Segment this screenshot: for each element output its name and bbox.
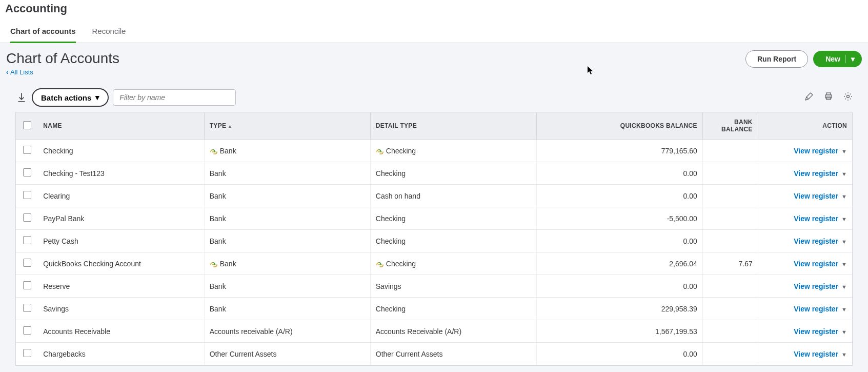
row-checkbox[interactable] xyxy=(23,259,31,267)
app-title: Accounting xyxy=(5,2,863,15)
row-checkbox[interactable] xyxy=(23,236,31,244)
chevron-down-icon: ▾ xyxy=(95,93,99,102)
table-row: CheckingBankChecking779,165.60View regis… xyxy=(16,140,852,162)
cell-name[interactable]: QuickBooks Checking Account xyxy=(38,252,204,275)
cell-action: View register▼ xyxy=(758,275,852,298)
chevron-down-icon[interactable]: ▼ xyxy=(841,148,847,154)
col-detail-header[interactable]: DETAIL TYPE xyxy=(370,112,536,140)
cell-bank-balance xyxy=(702,230,758,252)
cell-detail: Cash on hand xyxy=(370,185,536,207)
cell-detail: Checking xyxy=(370,140,536,162)
cell-action: View register▼ xyxy=(758,207,852,230)
chevron-down-icon[interactable]: ▼ xyxy=(841,171,847,177)
chevron-down-icon[interactable]: ▼ xyxy=(841,284,847,290)
view-register-link[interactable]: View register xyxy=(794,305,838,313)
chevron-down-icon[interactable]: ▼ xyxy=(841,193,847,200)
cell-type: Bank xyxy=(204,185,370,207)
view-register-link[interactable]: View register xyxy=(794,350,838,358)
cell-type: Bank xyxy=(204,207,370,230)
row-checkbox[interactable] xyxy=(23,213,31,222)
cell-qb-balance: 2,696.04 xyxy=(536,252,702,275)
col-name-header[interactable]: NAME xyxy=(38,112,204,140)
row-checkbox[interactable] xyxy=(23,326,31,335)
table-row: SavingsBankChecking229,958.39View regist… xyxy=(16,298,852,320)
cell-type: Bank xyxy=(204,275,370,298)
cell-action: View register▼ xyxy=(758,230,852,252)
cell-qb-balance: 0.00 xyxy=(536,162,702,185)
cell-action: View register▼ xyxy=(758,298,852,320)
view-register-link[interactable]: View register xyxy=(794,147,838,155)
chevron-down-icon[interactable]: ▼ xyxy=(841,261,847,267)
app-header: Accounting Chart of accounts Reconcile xyxy=(0,0,868,43)
cell-bank-balance xyxy=(702,275,758,298)
row-checkbox[interactable] xyxy=(23,304,31,312)
back-link-all-lists[interactable]: All Lists xyxy=(6,68,33,76)
row-checkbox[interactable] xyxy=(23,281,31,289)
chevron-down-icon[interactable]: ▼ xyxy=(841,216,847,222)
cell-qb-balance: 0.00 xyxy=(536,343,702,365)
cell-type: Bank xyxy=(204,298,370,320)
row-checkbox[interactable] xyxy=(23,168,31,177)
cell-name[interactable]: Chargebacks xyxy=(38,343,204,365)
cell-action: View register▼ xyxy=(758,185,852,207)
tab-chart-of-accounts[interactable]: Chart of accounts xyxy=(10,23,76,43)
table-row: Petty CashBankChecking0.00View register▼ xyxy=(16,230,852,252)
cell-detail: Accounts Receivable (A/R) xyxy=(370,320,536,343)
cell-name[interactable]: Checking - Test123 xyxy=(38,162,204,185)
table-row: Accounts ReceivableAccounts receivable (… xyxy=(16,320,852,343)
cell-name[interactable]: Savings xyxy=(38,298,204,320)
toolbar-right xyxy=(804,92,853,104)
col-type-header[interactable]: TYPE xyxy=(204,112,370,140)
new-button-label: New xyxy=(825,55,840,63)
cell-qb-balance: 0.00 xyxy=(536,185,702,207)
new-button[interactable]: New ▾ xyxy=(813,51,862,67)
view-register-link[interactable]: View register xyxy=(794,237,838,245)
cell-type: Other Current Assets xyxy=(204,343,370,365)
table-row: PayPal BankBankChecking-5,500.00View reg… xyxy=(16,207,852,230)
cell-name[interactable]: Reserve xyxy=(38,275,204,298)
chevron-down-icon[interactable]: ▼ xyxy=(841,351,847,358)
run-report-button[interactable]: Run Report xyxy=(745,50,808,68)
cell-type: Bank xyxy=(204,140,370,162)
select-all-checkbox[interactable] xyxy=(23,121,31,129)
cell-qb-balance: 229,958.39 xyxy=(536,298,702,320)
print-icon[interactable] xyxy=(824,92,833,104)
toolbar-left: Batch actions ▾ xyxy=(15,88,236,107)
cell-action: View register▼ xyxy=(758,343,852,365)
toolbar: Batch actions ▾ xyxy=(0,83,868,112)
cell-type: Bank xyxy=(204,252,370,275)
view-register-link[interactable]: View register xyxy=(794,214,838,223)
page-title: Chart of Accounts xyxy=(6,50,119,67)
view-register-link[interactable]: View register xyxy=(794,260,838,268)
batch-actions-button[interactable]: Batch actions ▾ xyxy=(32,88,109,107)
col-bank-balance-header[interactable]: BANK BALANCE xyxy=(702,112,758,140)
row-checkbox[interactable] xyxy=(23,349,31,357)
cell-name[interactable]: Checking xyxy=(38,140,204,162)
cell-detail: Checking xyxy=(370,207,536,230)
col-qb-balance-header[interactable]: QUICKBOOKS BALANCE xyxy=(536,112,702,140)
cell-bank-balance xyxy=(702,207,758,230)
cell-detail: Checking xyxy=(370,230,536,252)
chevron-down-icon[interactable]: ▼ xyxy=(841,239,847,245)
tab-reconcile[interactable]: Reconcile xyxy=(92,23,126,43)
view-register-link[interactable]: View register xyxy=(794,327,838,336)
cell-qb-balance: 1,567,199.53 xyxy=(536,320,702,343)
filter-input[interactable] xyxy=(113,89,236,106)
collapse-icon[interactable] xyxy=(15,90,28,107)
row-checkbox[interactable] xyxy=(23,146,31,154)
tabs: Chart of accounts Reconcile xyxy=(5,23,863,43)
view-register-link[interactable]: View register xyxy=(794,169,838,178)
view-register-link[interactable]: View register xyxy=(794,282,838,290)
cell-name[interactable]: PayPal Bank xyxy=(38,207,204,230)
cell-name[interactable]: Petty Cash xyxy=(38,230,204,252)
view-register-link[interactable]: View register xyxy=(794,192,838,200)
gear-icon[interactable] xyxy=(843,92,853,104)
cell-name[interactable]: Clearing xyxy=(38,185,204,207)
chevron-down-icon[interactable]: ▼ xyxy=(841,329,847,335)
table-row: ReserveBankSavings0.00View register▼ xyxy=(16,275,852,298)
pencil-icon[interactable] xyxy=(804,92,814,104)
cell-name[interactable]: Accounts Receivable xyxy=(38,320,204,343)
table-header-row: NAME TYPE DETAIL TYPE QUICKBOOKS BALANCE… xyxy=(16,112,852,140)
chevron-down-icon[interactable]: ▼ xyxy=(841,306,847,312)
row-checkbox[interactable] xyxy=(23,191,31,199)
